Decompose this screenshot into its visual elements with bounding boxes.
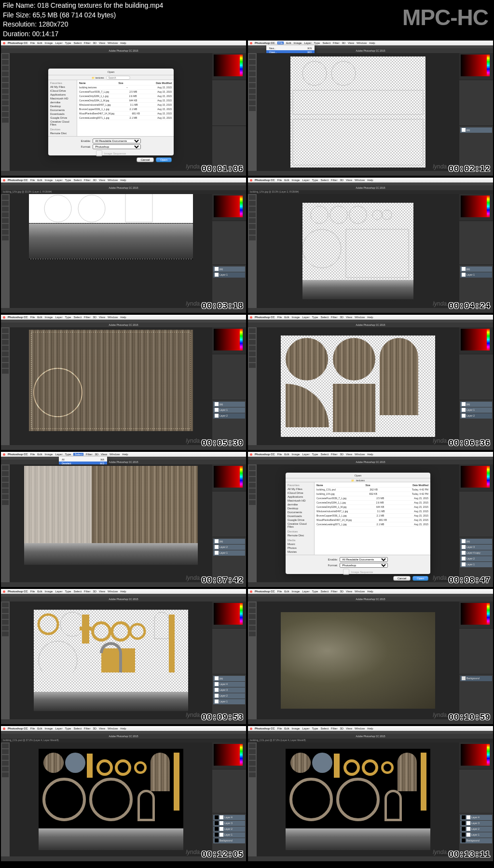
thumb-10: Photoshop CCFileEditImageLayerTypeSelect…	[248, 589, 493, 724]
thumb-7: Photoshop CCFileEditImageLayerType Selec…	[1, 452, 246, 587]
thumb-1: Photoshop CC FileEditImage LayerTypeSele…	[1, 41, 246, 176]
svg-point-19	[93, 623, 110, 640]
svg-rect-14	[31, 332, 191, 429]
thumb-11: Photoshop CCFileEditImageLayerTypeSelect…	[1, 726, 246, 861]
svg-rect-2	[293, 90, 423, 114]
svg-rect-23	[101, 648, 135, 672]
svg-point-22	[39, 641, 77, 672]
thumb-6: Photoshop CCFileEditImageLayerTypeSelect…	[248, 315, 493, 450]
thumb-9: Photoshop CCFileEditImageLayerTypeSelect…	[1, 589, 246, 724]
file-list[interactable]: NameSizeDate Modifiedbuilding textures--…	[77, 80, 174, 136]
duration: 00:14:17	[32, 30, 59, 38]
svg-point-20	[112, 623, 129, 640]
filename: 018 Creating textures for the building.m…	[38, 1, 164, 9]
file-info-bar: File Name: 018 Creating textures for the…	[0, 0, 494, 40]
filesize: 65,5 MB (68 714 024 bytes)	[32, 11, 116, 19]
svg-point-5	[78, 195, 105, 222]
svg-point-0	[302, 61, 327, 85]
svg-point-1	[331, 61, 356, 85]
svg-point-4	[44, 195, 71, 222]
svg-point-7	[330, 206, 347, 224]
enable-select[interactable]: All Readable Documents	[93, 139, 141, 143]
svg-rect-18	[80, 627, 92, 630]
thumb-8: Photoshop CCFileEditImageLayerTypeSelect…	[248, 452, 493, 587]
svg-point-8	[349, 206, 367, 224]
svg-rect-12	[346, 229, 409, 278]
search-input[interactable]	[106, 76, 130, 80]
open-button[interactable]: Open	[156, 157, 172, 162]
resolution: 1280x720	[39, 20, 69, 28]
dialog-title: Open	[48, 69, 174, 75]
right-panels[interactable]	[212, 53, 246, 171]
svg-point-21	[130, 624, 145, 639]
svg-point-10	[382, 210, 392, 220]
tool-palette[interactable]	[1, 53, 10, 171]
svg-point-13	[34, 368, 82, 417]
mac-menubar: Photoshop CC FileEditImage LayerTypeSele…	[1, 41, 246, 45]
timestamp: 00:01:06	[202, 164, 243, 174]
open-dialog: Open 📁 textures Favorites All My FilesiC…	[48, 69, 174, 155]
cancel-button[interactable]: Cancel	[137, 157, 154, 162]
svg-point-11	[302, 229, 341, 268]
thumb-4: Photoshop CCFileEditImageLayerTypeSelect…	[248, 178, 493, 313]
format-select[interactable]: Photoshop	[93, 144, 141, 149]
svg-point-6	[311, 206, 328, 224]
thumb-2: Photoshop CC File EditImageLayer TypeSel…	[248, 41, 493, 176]
app-title: Adobe Photoshop CC 2015	[1, 48, 246, 53]
dialog-sidebar[interactable]: Favorites All My FilesiCloud Drive Appli…	[48, 80, 77, 136]
thumb-5: Photoshop CCFileEditImageLayerTypeSelect…	[1, 315, 246, 450]
thumb-3: Photoshop CCFileEditImageLayerTypeSelect…	[1, 178, 246, 313]
svg-point-15	[39, 615, 58, 634]
thumb-12: Photoshop CCFileEditImageLayerTypeSelect…	[248, 726, 493, 861]
svg-rect-3	[293, 119, 423, 165]
thumbnail-grid: Photoshop CC FileEditImage LayerTypeSele…	[0, 40, 494, 862]
svg-point-9	[372, 210, 382, 220]
svg-point-16	[60, 612, 84, 636]
player-watermark: MPC-HC	[402, 2, 488, 33]
